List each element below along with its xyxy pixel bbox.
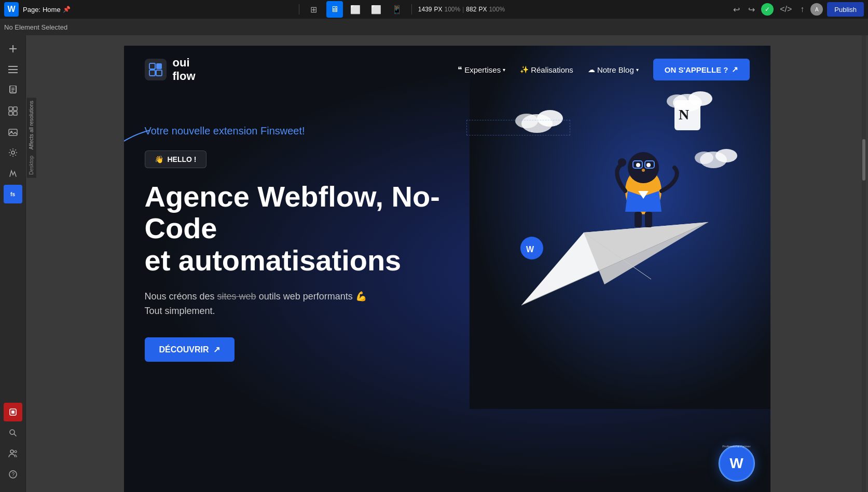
expertises-label: Expertises bbox=[464, 65, 501, 74]
right-scrollbar[interactable] bbox=[862, 35, 866, 492]
blog-chevron: ▾ bbox=[636, 67, 639, 73]
sidebar-components[interactable] bbox=[4, 102, 22, 120]
desktop-label: Desktop bbox=[26, 153, 36, 178]
page-name[interactable]: Home bbox=[43, 6, 61, 13]
svg-rect-24 bbox=[149, 63, 155, 69]
desc-strikethrough: sites web bbox=[217, 291, 256, 302]
svg-rect-10 bbox=[13, 107, 17, 111]
blog-label: Notre Blog bbox=[597, 65, 634, 74]
nav-cta-button[interactable]: ON S'APPELLE ? ↗ bbox=[653, 59, 750, 80]
sidebar-add[interactable] bbox=[4, 39, 22, 58]
nav-realisations[interactable]: ✨ Réalisations bbox=[520, 65, 573, 74]
mobile-btn[interactable]: 📱 bbox=[389, 1, 405, 18]
page-pin-icon: 📌 bbox=[63, 6, 71, 13]
svg-rect-6 bbox=[11, 88, 15, 89]
desc-pre: Nous créons des bbox=[145, 291, 217, 302]
profile-avatar[interactable]: A bbox=[810, 3, 823, 16]
svg-rect-8 bbox=[11, 91, 13, 92]
separator bbox=[299, 4, 299, 15]
annotation-container: Votre nouvelle extension Finsweet! bbox=[145, 125, 750, 142]
sidebar-breakpoint[interactable] bbox=[4, 403, 22, 421]
realisations-label: Réalisations bbox=[531, 65, 573, 74]
webflow-partner-badge: W Professional Partner bbox=[719, 445, 755, 482]
nav-cta-label: ON S'APPELLE ? bbox=[665, 65, 728, 74]
svg-rect-7 bbox=[11, 89, 15, 90]
sidebar-finsweet[interactable]: fs bbox=[4, 185, 22, 203]
expertises-chevron: ▾ bbox=[503, 67, 505, 73]
left-sidebar: fs ? bbox=[0, 35, 26, 492]
svg-line-19 bbox=[14, 434, 16, 436]
height-value: 882 bbox=[466, 6, 476, 13]
canvas-area: Affects all resolutions Desktop bbox=[26, 35, 868, 492]
cta-label: DÉCOUVRIR bbox=[159, 345, 209, 354]
tablet-btn[interactable]: ⬜ bbox=[347, 1, 364, 18]
code-button[interactable]: </> bbox=[778, 3, 794, 16]
desktop-btn[interactable]: 🖥 bbox=[326, 1, 343, 18]
nav-expertises[interactable]: ❝ Expertises ▾ bbox=[458, 65, 505, 75]
px2-label: PX bbox=[478, 6, 487, 13]
sidebar-users[interactable] bbox=[4, 444, 22, 463]
logo-icon bbox=[145, 59, 167, 80]
save-status: ✓ bbox=[761, 3, 774, 16]
svg-point-20 bbox=[10, 450, 13, 453]
sidebar-layers[interactable] bbox=[4, 60, 22, 79]
sidebar-help[interactable]: ? bbox=[4, 465, 22, 484]
publish-button[interactable]: Publish bbox=[827, 2, 864, 17]
main-area: fs ? Affects all resolutions Desktop bbox=[0, 35, 868, 492]
element-bar: No Element Selected bbox=[0, 19, 868, 35]
site-canvas[interactable]: oui flow ❝ Expertises ▾ ✨ Réalisations bbox=[124, 46, 770, 492]
zoom2-value: 100% bbox=[489, 6, 505, 13]
mobile-landscape-btn[interactable]: ⬜ bbox=[368, 1, 384, 18]
no-element-text: No Element Selected bbox=[4, 23, 67, 31]
undo-button[interactable]: ↩ bbox=[731, 3, 742, 17]
cta-icon: ↗ bbox=[213, 345, 220, 354]
cta-button[interactable]: DÉCOUVRIR ↗ bbox=[145, 337, 235, 362]
svg-rect-25 bbox=[156, 63, 162, 69]
top-bar-center: ⊞ 🖥 ⬜ ⬜ 📱 1439 PX 100% | 882 PX 100% bbox=[297, 1, 505, 18]
hero-title-line2: et automatisations bbox=[145, 244, 402, 277]
svg-rect-1 bbox=[9, 48, 17, 49]
structure-btn[interactable]: ⊞ bbox=[306, 1, 322, 18]
nav-cta-icon: ↗ bbox=[732, 65, 738, 74]
top-bar-left: W Page: Home 📌 bbox=[4, 2, 71, 17]
nav-blog[interactable]: ☁ Notre Blog ▾ bbox=[588, 65, 639, 74]
svg-rect-12 bbox=[13, 112, 17, 115]
zoom1-value: 100% bbox=[445, 6, 461, 13]
hero-section: Votre nouvelle extension Finsweet! 👋 HEL… bbox=[124, 94, 770, 382]
width-value: 1439 bbox=[418, 6, 432, 13]
site-nav: oui flow ❝ Expertises ▾ ✨ Réalisations bbox=[124, 46, 770, 94]
annotation-text: Votre nouvelle extension Finsweet! bbox=[145, 125, 305, 137]
svg-rect-26 bbox=[149, 70, 155, 76]
svg-rect-2 bbox=[8, 66, 18, 67]
sidebar-pages[interactable] bbox=[4, 81, 22, 100]
top-bar-right: ↩ ↪ ✓ </> ↑ A Publish bbox=[731, 2, 864, 17]
svg-rect-3 bbox=[8, 69, 18, 70]
sidebar-search[interactable] bbox=[4, 423, 22, 442]
webflow-logo[interactable]: W bbox=[4, 2, 19, 17]
svg-text:?: ? bbox=[11, 472, 15, 477]
nav-links: ❝ Expertises ▾ ✨ Réalisations ☁ Notre Bl… bbox=[458, 59, 749, 80]
hero-title-line1: Agence Webflow, No-Code bbox=[145, 180, 440, 245]
sidebar-style[interactable] bbox=[4, 164, 22, 183]
svg-point-21 bbox=[15, 450, 17, 453]
expertises-emoji: ❝ bbox=[458, 65, 462, 75]
page-label: Page: bbox=[23, 6, 40, 13]
canvas-labels: Affects all resolutions Desktop bbox=[26, 98, 36, 178]
affects-label: Affects all resolutions bbox=[26, 98, 36, 153]
finsweet-label: fs bbox=[10, 192, 15, 197]
redo-button[interactable]: ↪ bbox=[746, 3, 757, 17]
share-button[interactable]: ↑ bbox=[798, 3, 806, 16]
site-logo[interactable]: oui flow bbox=[145, 56, 196, 84]
separator2 bbox=[411, 4, 412, 15]
sidebar-settings[interactable] bbox=[4, 143, 22, 162]
sidebar-assets[interactable] bbox=[4, 122, 22, 141]
sidebar-bottom: ? bbox=[4, 403, 22, 488]
svg-rect-11 bbox=[9, 112, 12, 115]
desc-line2: Tout simplement. bbox=[145, 306, 215, 316]
page-indicator: Page: Home 📌 bbox=[23, 6, 71, 13]
scrollbar-thumb bbox=[862, 139, 865, 181]
logo-text: oui flow bbox=[173, 56, 196, 84]
canvas-dimensions: 1439 PX 100% | 882 PX 100% bbox=[418, 6, 505, 13]
svg-rect-17 bbox=[11, 411, 15, 414]
hello-text: HELLO ! bbox=[168, 155, 197, 163]
